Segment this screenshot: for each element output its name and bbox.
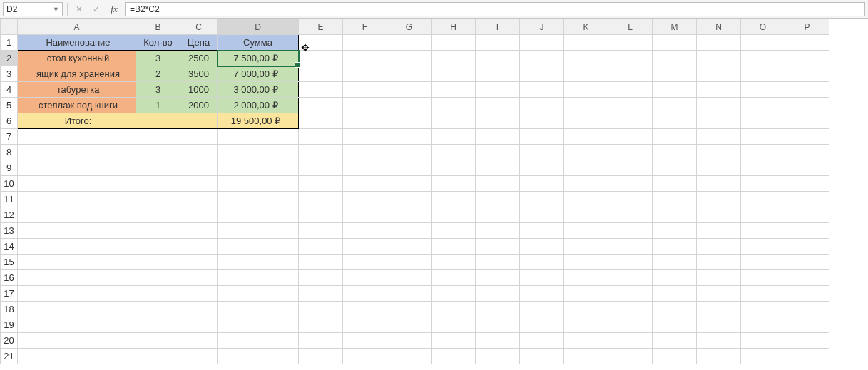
cell[interactable] <box>785 35 829 51</box>
cell[interactable] <box>18 207 136 223</box>
cell[interactable] <box>608 302 653 317</box>
cell[interactable] <box>18 129 136 145</box>
cell[interactable] <box>343 192 387 207</box>
cell[interactable] <box>180 286 218 302</box>
cell[interactable] <box>608 255 653 270</box>
cell[interactable] <box>741 176 785 192</box>
cell[interactable] <box>741 255 785 270</box>
cell[interactable] <box>218 129 299 145</box>
cell[interactable] <box>697 286 741 302</box>
cell[interactable] <box>432 145 476 160</box>
cell-B6[interactable] <box>136 113 180 129</box>
col-header-A[interactable]: A <box>18 19 136 35</box>
col-header-M[interactable]: M <box>653 19 697 35</box>
cell-D6[interactable]: 19 500,00 ₽ <box>218 113 299 129</box>
cell[interactable] <box>387 349 432 364</box>
cell[interactable] <box>741 35 785 51</box>
cell[interactable] <box>180 302 218 317</box>
cell[interactable] <box>608 113 653 129</box>
cell[interactable] <box>136 192 180 207</box>
cell[interactable] <box>520 176 564 192</box>
cell[interactable] <box>785 66 829 82</box>
cell[interactable] <box>343 176 387 192</box>
cell[interactable] <box>608 145 653 160</box>
cell[interactable] <box>564 35 608 51</box>
cell[interactable] <box>387 255 432 270</box>
cell[interactable] <box>218 255 299 270</box>
cell[interactable] <box>653 255 697 270</box>
row-header-7[interactable]: 7 <box>1 129 18 145</box>
cell[interactable] <box>387 82 432 98</box>
cell[interactable] <box>218 349 299 364</box>
cell[interactable] <box>299 286 343 302</box>
cell-A3[interactable]: ящик для хранения <box>18 66 136 82</box>
cell[interactable] <box>218 317 299 333</box>
col-header-L[interactable]: L <box>608 19 653 35</box>
cell[interactable] <box>136 145 180 160</box>
col-header-F[interactable]: F <box>343 19 387 35</box>
cell[interactable] <box>432 302 476 317</box>
cell[interactable] <box>299 66 343 82</box>
cell[interactable] <box>432 129 476 145</box>
cell[interactable] <box>697 223 741 239</box>
cell[interactable] <box>653 192 697 207</box>
cell[interactable] <box>697 207 741 223</box>
row-header-2[interactable]: 2 <box>1 51 18 66</box>
row-header-8[interactable]: 8 <box>1 145 18 160</box>
cell[interactable] <box>343 223 387 239</box>
cell[interactable] <box>343 270 387 286</box>
cell-D4[interactable]: 3 000,00 ₽ <box>218 82 299 98</box>
col-header-N[interactable]: N <box>697 19 741 35</box>
cell[interactable] <box>608 333 653 349</box>
cell[interactable] <box>653 239 697 255</box>
cell[interactable] <box>136 302 180 317</box>
cell[interactable] <box>136 239 180 255</box>
cell-C3[interactable]: 3500 <box>180 66 218 82</box>
cell[interactable] <box>218 270 299 286</box>
col-header-I[interactable]: I <box>476 19 520 35</box>
cell[interactable] <box>653 35 697 51</box>
cell[interactable] <box>136 270 180 286</box>
cell[interactable] <box>564 302 608 317</box>
cell[interactable] <box>653 176 697 192</box>
cell[interactable] <box>608 129 653 145</box>
cell[interactable] <box>697 113 741 129</box>
col-header-G[interactable]: G <box>387 19 432 35</box>
cell-D5[interactable]: 2 000,00 ₽ <box>218 98 299 113</box>
cell[interactable] <box>564 349 608 364</box>
cell[interactable] <box>18 286 136 302</box>
cell[interactable] <box>785 160 829 176</box>
cell[interactable] <box>697 333 741 349</box>
cell[interactable] <box>299 207 343 223</box>
cell[interactable] <box>432 333 476 349</box>
cell[interactable] <box>218 302 299 317</box>
cell[interactable] <box>343 317 387 333</box>
row-header-3[interactable]: 3 <box>1 66 18 82</box>
cell-A5[interactable]: стеллаж под книги <box>18 98 136 113</box>
cell[interactable] <box>564 145 608 160</box>
cell[interactable] <box>432 160 476 176</box>
cell[interactable] <box>387 317 432 333</box>
fx-icon[interactable]: fx <box>106 2 122 16</box>
cell[interactable] <box>741 66 785 82</box>
cell[interactable] <box>653 129 697 145</box>
row-header-16[interactable]: 16 <box>1 270 18 286</box>
cell[interactable] <box>653 98 697 113</box>
cell[interactable] <box>18 270 136 286</box>
cell[interactable] <box>218 160 299 176</box>
row-header-13[interactable]: 13 <box>1 223 18 239</box>
cell[interactable] <box>520 333 564 349</box>
cell[interactable] <box>741 302 785 317</box>
cell[interactable] <box>564 113 608 129</box>
cell[interactable] <box>387 176 432 192</box>
cell[interactable] <box>564 239 608 255</box>
cell[interactable] <box>785 317 829 333</box>
col-header-K[interactable]: K <box>564 19 608 35</box>
cell[interactable] <box>136 349 180 364</box>
cell[interactable] <box>432 176 476 192</box>
cell[interactable] <box>218 176 299 192</box>
cell[interactable] <box>343 349 387 364</box>
cell[interactable] <box>299 82 343 98</box>
cell[interactable] <box>785 51 829 66</box>
cell[interactable] <box>608 192 653 207</box>
